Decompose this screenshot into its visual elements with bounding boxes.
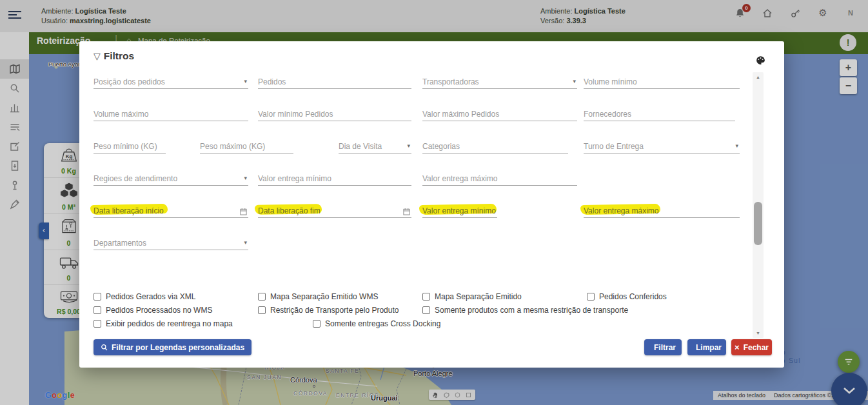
field-label: Pedidos xyxy=(258,77,286,86)
close-button[interactable]: × Fechar xyxy=(731,339,772,355)
field-label: Valor entrega mínimo xyxy=(258,174,331,183)
checkbox-box[interactable] xyxy=(313,320,321,328)
checkbox-restricao-de-transporte[interactable]: Restrição de Transporte pelo Produto xyxy=(258,306,399,315)
filter-field-turno-de-entrega[interactable]: Turno de Entrega▾ xyxy=(584,139,740,153)
filter-field-posicao-dos-pedidos[interactable]: Posição dos pedidos▾ xyxy=(94,75,248,89)
filter-field-peso-maximo[interactable]: Peso máximo (KG) xyxy=(200,139,293,153)
filter-field-valor-minimo-pedidos[interactable]: Valor mínimo Pedidos xyxy=(258,107,411,121)
filter-field-volume-minimo[interactable]: Volume mínimo xyxy=(584,75,740,89)
palette-icon[interactable] xyxy=(755,55,766,66)
filter-field-transportadoras[interactable]: Transportadoras▾ xyxy=(422,75,577,89)
funnel-icon: ▽ xyxy=(94,51,101,61)
filter-field-data-liberacao-inicio[interactable]: Data liberação início xyxy=(94,204,248,218)
clear-button[interactable]: Limpar xyxy=(687,339,726,355)
button-label: Limpar xyxy=(696,343,722,352)
field-label: Valor mínimo Pedidos xyxy=(258,110,333,119)
scrollbar-thumb[interactable] xyxy=(754,202,762,245)
field-label: Data liberação início xyxy=(94,206,164,215)
checkbox-somente-produtos-mesma-restricao[interactable]: Somente produtos com a mesma restrição d… xyxy=(422,306,628,315)
checkbox-box[interactable] xyxy=(94,293,101,301)
checkbox-mapa-separacao-emitido[interactable]: Mapa Separação Emitido xyxy=(422,292,522,301)
scroll-down-icon[interactable]: ▼ xyxy=(753,331,764,335)
filter-field-categorias[interactable]: Categorias xyxy=(422,139,568,153)
field-label: Dia de Visita xyxy=(339,142,382,151)
checkbox-label: Pedidos Processados no WMS xyxy=(106,306,212,315)
button-label: Filtrar por Legendas personalizadas xyxy=(112,343,244,352)
checkbox-pedidos-gerados-via-xml[interactable]: Pedidos Gerados via XML xyxy=(94,292,195,301)
filter-field-valor-entrega-minimo[interactable]: Valor entrega mínimo xyxy=(258,172,411,186)
field-label: Categorias xyxy=(422,142,460,151)
app-screen: Ambiente: Logística Teste Usuário: maxst… xyxy=(0,0,868,405)
filter-field-departamentos[interactable]: Departamentos▾ xyxy=(94,236,248,250)
filter-button[interactable]: Filtrar xyxy=(644,339,682,355)
field-label: Transportadoras xyxy=(422,77,479,86)
filter-field-pedidos[interactable]: Pedidos xyxy=(258,75,411,89)
field-label: Peso mínimo (KG) xyxy=(94,142,157,151)
checkbox-label: Somente produtos com a mesma restrição d… xyxy=(435,306,628,315)
filter-field-fornecedores[interactable]: Fornecedores xyxy=(584,107,735,121)
field-label: Regioes de atendimento xyxy=(94,174,177,183)
checkbox-box[interactable] xyxy=(258,293,266,301)
chevron-down-icon[interactable]: ▾ xyxy=(573,78,576,84)
field-label: Turno de Entrega xyxy=(584,142,644,151)
filter-field-valor-entrega-maximo-2[interactable]: Valor entrega máximo xyxy=(584,204,740,218)
chevron-down-icon[interactable]: ▾ xyxy=(407,143,410,149)
checkbox-label: Exibir pedidos de reentrega no mapa xyxy=(106,319,233,328)
field-label: Peso máximo (KG) xyxy=(200,142,265,151)
field-label: Volume máximo xyxy=(94,110,148,119)
checkbox-label: Pedidos Conferidos xyxy=(599,292,667,301)
checkbox-label: Pedidos Gerados via XML xyxy=(106,292,195,301)
checkbox-exibir-pedidos-reentrega[interactable]: Exibir pedidos de reentrega no mapa xyxy=(94,319,233,328)
checkbox-label: Restrição de Transporte pelo Produto xyxy=(270,306,399,315)
modal-scrollbar[interactable]: ▲ ▼ xyxy=(753,72,764,338)
close-icon: × xyxy=(735,342,740,352)
filter-field-valor-entrega-minimo-2[interactable]: Valor entrega mínimo xyxy=(422,204,497,218)
chevron-down-icon[interactable]: ▾ xyxy=(244,78,247,84)
checkbox-mapa-separacao-emitido-wms[interactable]: Mapa Separação Emitido WMS xyxy=(258,292,378,301)
modal-title: ▽Filtros xyxy=(94,50,134,62)
filter-by-custom-legends-button[interactable]: Filtrar por Legendas personalizadas xyxy=(94,339,252,355)
chevron-down-icon[interactable]: ▾ xyxy=(244,175,247,181)
checkbox-box[interactable] xyxy=(94,320,101,328)
checkbox-pedidos-conferidos[interactable]: Pedidos Conferidos xyxy=(587,292,667,301)
button-label: Filtrar xyxy=(654,343,676,352)
filter-field-peso-minimo[interactable]: Peso mínimo (KG) xyxy=(94,139,166,153)
checkbox-box[interactable] xyxy=(94,306,101,314)
field-label: Valor máximo Pedidos xyxy=(422,110,499,119)
field-label: Valor entrega máximo xyxy=(584,206,659,215)
filter-field-dia-de-visita[interactable]: Dia de Visita▾ xyxy=(339,139,411,153)
checkbox-box[interactable] xyxy=(587,293,595,301)
chevron-down-icon[interactable]: ▾ xyxy=(244,239,247,246)
field-label: Data liberação fim xyxy=(258,206,321,215)
field-label: Fornecedores xyxy=(584,110,631,119)
field-label: Valor entrega mínimo xyxy=(422,206,496,215)
checkbox-box[interactable] xyxy=(422,306,430,314)
calendar-icon[interactable] xyxy=(403,206,410,218)
checkbox-label: Somente entregas Cross Docking xyxy=(325,319,440,328)
checkbox-label: Mapa Separação Emitido WMS xyxy=(270,292,378,301)
field-label: Valor entrega máximo xyxy=(422,174,498,183)
checkbox-box[interactable] xyxy=(422,293,430,301)
filter-field-data-liberacao-fim[interactable]: Data liberação fim xyxy=(258,204,411,218)
search-icon xyxy=(101,344,108,351)
filter-field-valor-entrega-maximo[interactable]: Valor entrega máximo xyxy=(422,172,577,186)
calendar-icon[interactable] xyxy=(240,206,247,218)
checkbox-pedidos-processados-no-wms[interactable]: Pedidos Processados no WMS xyxy=(94,306,212,315)
field-label: Posição dos pedidos xyxy=(94,77,165,86)
checkbox-somente-entregas-cross-docking[interactable]: Somente entregas Cross Docking xyxy=(313,319,440,328)
checkbox-label: Mapa Separação Emitido xyxy=(435,292,522,301)
button-label: Fechar xyxy=(744,343,769,352)
field-label: Volume mínimo xyxy=(584,77,637,86)
filters-modal: ▽Filtros Posição dos pedidos▾ Pedidos Tr… xyxy=(79,41,784,368)
checkbox-box[interactable] xyxy=(258,306,266,314)
filter-field-regioes-de-atendimento[interactable]: Regioes de atendimento▾ xyxy=(94,172,248,186)
field-label: Departamentos xyxy=(94,239,146,248)
filter-field-volume-maximo[interactable]: Volume máximo xyxy=(94,107,248,121)
chevron-down-icon[interactable]: ▾ xyxy=(735,143,738,149)
filter-field-valor-maximo-pedidos[interactable]: Valor máximo Pedidos xyxy=(422,107,577,121)
scroll-up-icon[interactable]: ▲ xyxy=(753,75,764,79)
